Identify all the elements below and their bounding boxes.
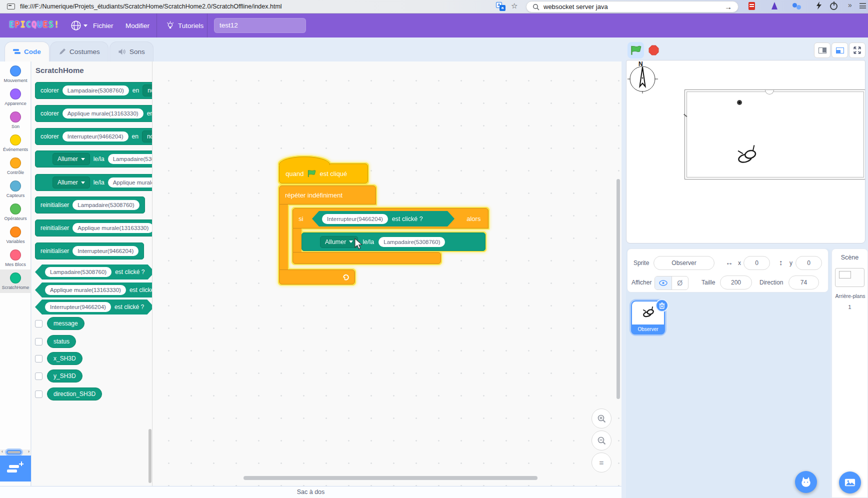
fullscreen-button[interactable] <box>849 42 866 58</box>
block-input[interactable]: Lampadaire(5308760) <box>62 86 129 96</box>
palette-block-colorer-1[interactable]: colorer Applique murale(13163330) en noi… <box>35 105 152 122</box>
category-mes-blocs[interactable]: Mes Blocs <box>0 250 31 267</box>
if-then-block[interactable]: si Interrupteur(9466204) est clické ? al… <box>292 208 488 228</box>
variable-reporter[interactable]: message <box>47 317 84 330</box>
show-sprite-button[interactable] <box>655 276 672 290</box>
palette-block-reinitialiser-1[interactable]: reinitialiser Applique murale(13163330) <box>35 220 152 236</box>
menu-icon[interactable] <box>860 3 866 8</box>
palette-block-est-clicke-0[interactable]: Lampadaire(5308760) est clické ? <box>35 264 152 280</box>
repeat-forever-block[interactable]: répéter indéfiniment <box>279 186 376 204</box>
variable-checkbox[interactable] <box>35 372 42 380</box>
translate-icon[interactable]: A a <box>496 2 506 12</box>
menu-edit[interactable]: Modifier <box>120 14 154 38</box>
category-controle[interactable]: Contrôle <box>0 158 31 175</box>
add-extension-button[interactable] <box>0 456 31 482</box>
backdrop-thumbnail[interactable] <box>835 268 864 287</box>
est-clicke-condition-block[interactable]: Interrupteur(9466204) est clické ? <box>312 211 454 226</box>
power-icon[interactable] <box>830 2 838 10</box>
tab-costumes[interactable]: Costumes <box>50 42 108 62</box>
sprite-name-input[interactable]: Observer <box>654 256 714 270</box>
variable-reporter[interactable]: x_SH3D <box>47 352 82 365</box>
overflow-chevron-icon[interactable]: » <box>848 1 852 9</box>
scroll-right-arrow[interactable]: › <box>28 449 30 454</box>
variable-checkbox[interactable] <box>35 338 42 346</box>
allumer-block[interactable]: Allumer le/la Lampadaire(5308760) <box>302 232 486 251</box>
clipboard-extension-icon[interactable] <box>748 2 755 10</box>
language-selector[interactable] <box>70 20 88 31</box>
stage-canvas[interactable]: N <box>626 60 866 244</box>
block-input[interactable]: Interrupteur(9466204) <box>72 246 138 256</box>
block-dropdown[interactable]: noir <box>142 130 152 142</box>
block-input[interactable]: Interrupteur(9466204) <box>45 302 111 312</box>
blue-extension-icon[interactable] <box>792 2 802 10</box>
address-bar[interactable]: file:///F:/Numerique/Projets_étudiants/S… <box>20 3 282 10</box>
tab-code[interactable]: Code <box>4 42 50 62</box>
default-stage-button[interactable] <box>832 42 848 58</box>
palette-block-colorer-2[interactable]: colorer Interrupteur(9466204) en noir <box>35 128 152 145</box>
observer-eye-sprite[interactable] <box>734 144 762 164</box>
palette-block-allumer-1[interactable]: Allumer le/la Applique murale(13163330) <box>35 174 152 191</box>
script-workspace[interactable]: quand est cliqué répéter indéfiniment si… <box>152 62 622 486</box>
sprite-size-input[interactable]: 200 <box>720 276 752 290</box>
block-dropdown[interactable]: Allumer <box>52 176 90 188</box>
block-input[interactable]: Lampadaire(5308760) <box>378 237 445 247</box>
zoom-in-button[interactable] <box>592 408 612 428</box>
page-icon[interactable] <box>7 4 15 10</box>
when-flag-clicked-block[interactable]: quand est cliqué <box>279 164 368 184</box>
bookmark-star-icon[interactable]: ☆ <box>511 2 518 10</box>
palette-block-reinitialiser-0[interactable]: reinitialiser Lampadaire(5308760) <box>35 196 145 214</box>
block-input[interactable]: Applique murale(13163330) <box>72 223 152 233</box>
small-stage-button[interactable] <box>814 42 830 58</box>
palette-scrollbar[interactable] <box>148 429 152 483</box>
category-variables[interactable]: Variables <box>0 226 31 244</box>
variable-reporter[interactable]: status <box>47 335 76 348</box>
hide-sprite-button[interactable]: Ø <box>672 276 688 290</box>
if-then-block-bottom[interactable] <box>292 252 441 264</box>
app-logo[interactable]: EPICQUES! <box>9 20 60 30</box>
block-input[interactable]: Interrupteur(9466204) <box>322 214 388 224</box>
block-input[interactable]: Applique murale(13163330) <box>45 285 126 295</box>
search-input[interactable]: websocket server java <box>544 3 608 10</box>
block-input[interactable]: Interrupteur(9466204) <box>62 132 128 142</box>
ceiling-lamp-sprite[interactable] <box>737 100 742 105</box>
sprite-direction-input[interactable]: 74 <box>788 276 819 290</box>
vertical-scrollbar[interactable] <box>616 179 620 399</box>
variable-reporter[interactable]: direction_SH3D <box>47 388 102 400</box>
category-capteurs[interactable]: Capteurs <box>0 180 31 198</box>
horizontal-scrollbar[interactable] <box>244 476 538 480</box>
palette-block-est-clicke-2[interactable]: Interrupteur(9466204) est clické ? <box>35 300 152 314</box>
block-dropdown[interactable]: Allumer <box>52 153 90 165</box>
variable-reporter[interactable]: y_SH3D <box>47 370 82 382</box>
category-operateurs[interactable]: Opérateurs <box>0 204 31 221</box>
block-input[interactable]: Lampadaire(5308760) <box>45 267 112 277</box>
zoom-out-button[interactable] <box>592 430 612 450</box>
menu-file[interactable]: Fichier <box>88 14 118 38</box>
sprite-x-input[interactable]: 0 <box>744 256 770 270</box>
variable-checkbox[interactable] <box>35 355 42 362</box>
palette-block-allumer-0[interactable]: Allumer le/la Lampadaire(5308760) <box>35 150 152 168</box>
variable-checkbox[interactable] <box>35 390 42 398</box>
add-backdrop-button[interactable] <box>839 472 861 494</box>
scrollbar-thumb[interactable] <box>6 450 22 454</box>
block-input[interactable]: Lampadaire(5308760) <box>108 154 152 164</box>
add-sprite-button[interactable] <box>795 471 817 493</box>
go-arrow-icon[interactable]: → <box>724 2 732 11</box>
rocket-extension-icon[interactable] <box>772 2 778 10</box>
zoom-reset-button[interactable]: = <box>592 452 612 472</box>
block-input[interactable]: Applique murale(13163330) <box>62 108 144 118</box>
tab-sounds[interactable]: Sons <box>110 42 154 62</box>
category-son[interactable]: Son <box>0 112 31 129</box>
category-mouvement[interactable]: Mouvement <box>0 66 31 83</box>
palette-block-colorer-0[interactable]: colorer Lampadaire(5308760) en noir <box>35 82 152 99</box>
repeat-forever-block-bottom[interactable] <box>279 270 355 284</box>
green-flag-button[interactable] <box>628 42 644 58</box>
backpack-bar[interactable]: Sac à dos <box>0 486 622 498</box>
sprite-y-input[interactable]: 0 <box>796 256 822 270</box>
category-scratchhome[interactable]: ScratchHome <box>0 272 31 290</box>
delete-sprite-button[interactable] <box>656 299 668 312</box>
palette-block-reinitialiser-2[interactable]: reinitialiser Interrupteur(9466204) <box>35 242 144 260</box>
project-name-input[interactable]: test12 <box>214 18 306 33</box>
category-scrollbar[interactable]: ‹ › <box>0 450 31 455</box>
palette-block-est-clicke-1[interactable]: Applique murale(13163330) est clické ? <box>35 282 152 298</box>
block-input[interactable]: Applique murale(13163330) <box>108 178 152 188</box>
